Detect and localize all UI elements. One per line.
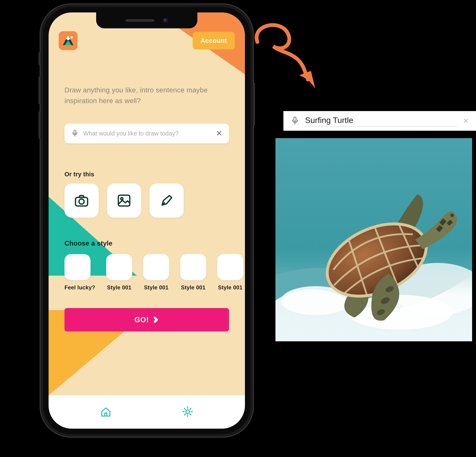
alt-tool-pen[interactable] bbox=[150, 183, 184, 218]
style-label: Style 001 bbox=[106, 285, 132, 291]
prompt-input-container[interactable] bbox=[65, 124, 229, 143]
alt-tool-camera[interactable] bbox=[65, 183, 99, 218]
phone-side-button bbox=[38, 52, 41, 65]
close-icon[interactable]: ✕ bbox=[463, 117, 469, 125]
microphone-icon[interactable] bbox=[71, 129, 79, 138]
style-item[interactable]: Style 001 bbox=[106, 254, 132, 291]
prompt-input[interactable] bbox=[83, 130, 212, 137]
image-icon bbox=[116, 193, 132, 208]
svg-rect-17 bbox=[294, 117, 296, 121]
style-label: Style 001 bbox=[180, 285, 206, 291]
microphone-icon[interactable] bbox=[291, 116, 299, 126]
result-search-bar[interactable]: Surfing Turtle ✕ bbox=[283, 111, 476, 131]
clear-prompt-icon[interactable] bbox=[216, 130, 222, 137]
go-button[interactable]: GO! bbox=[65, 308, 229, 331]
svg-point-13 bbox=[164, 202, 165, 204]
generated-image bbox=[275, 138, 472, 341]
camera-icon bbox=[74, 193, 90, 208]
gear-icon bbox=[181, 405, 194, 418]
choose-style-label: Choose a style bbox=[65, 239, 229, 247]
home-icon bbox=[100, 405, 112, 418]
chevron-right-icon bbox=[153, 316, 159, 323]
style-label: Style 001 bbox=[217, 285, 243, 291]
svg-rect-14 bbox=[105, 413, 107, 416]
phone-notch bbox=[96, 12, 197, 28]
alt-tool-image[interactable] bbox=[107, 183, 141, 218]
style-thumb bbox=[180, 254, 206, 280]
style-thumb bbox=[217, 254, 243, 280]
go-button-label: GO! bbox=[135, 316, 149, 324]
style-row[interactable]: Feel lucky? Style 001 Style 001 Style 00… bbox=[65, 254, 245, 291]
style-label: Style 001 bbox=[143, 285, 169, 291]
bottom-nav bbox=[49, 395, 245, 429]
nav-settings-button[interactable] bbox=[163, 405, 212, 419]
phone-side-button bbox=[38, 77, 41, 104]
phone-frame: Account Draw anything you like, intro se… bbox=[41, 4, 253, 437]
style-item-feel-lucky[interactable]: Feel lucky? bbox=[65, 254, 95, 291]
app-screen: Account Draw anything you like, intro se… bbox=[49, 12, 245, 429]
pen-icon bbox=[159, 193, 175, 208]
callout-arrow bbox=[249, 16, 321, 91]
style-item[interactable]: Style 001 bbox=[143, 254, 169, 291]
app-logo[interactable] bbox=[59, 31, 77, 50]
account-button[interactable]: Account bbox=[193, 32, 235, 50]
svg-point-3 bbox=[71, 36, 73, 38]
svg-point-11 bbox=[121, 198, 123, 200]
or-try-label: Or try this bbox=[65, 171, 229, 178]
result-search-text[interactable]: Surfing Turtle bbox=[305, 115, 457, 127]
style-thumb bbox=[65, 254, 91, 280]
svg-rect-4 bbox=[74, 130, 76, 134]
style-thumb bbox=[143, 254, 169, 280]
style-item[interactable]: Style 001 bbox=[217, 254, 243, 291]
logo-mountain-icon bbox=[61, 34, 75, 48]
style-thumb bbox=[106, 254, 132, 280]
phone-side-button bbox=[38, 111, 41, 139]
svg-point-9 bbox=[79, 199, 84, 204]
nav-home-button[interactable] bbox=[81, 405, 130, 419]
app-header: Account bbox=[49, 31, 245, 50]
style-label: Feel lucky? bbox=[65, 285, 95, 291]
intro-text: Draw anything you like, intro sentence m… bbox=[65, 85, 229, 106]
svg-point-15 bbox=[186, 410, 190, 414]
style-item[interactable]: Style 001 bbox=[180, 254, 206, 291]
